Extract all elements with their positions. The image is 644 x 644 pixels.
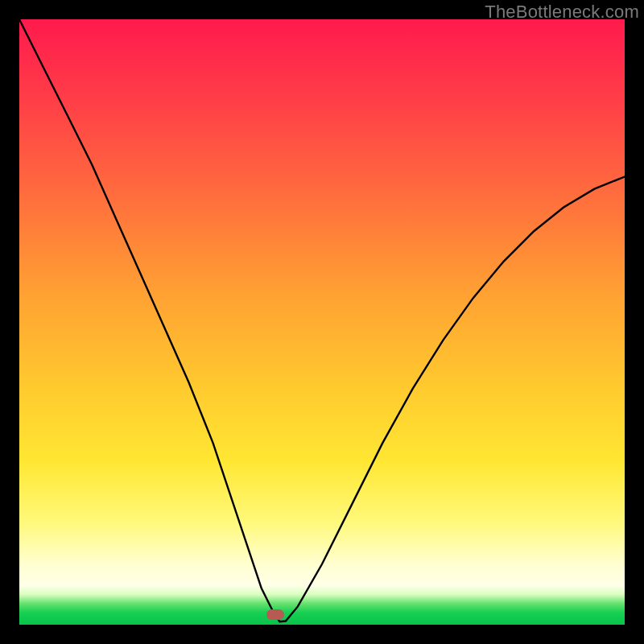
bottleneck-curve <box>19 19 625 625</box>
minimum-marker <box>266 609 284 620</box>
chart-frame <box>19 19 625 625</box>
